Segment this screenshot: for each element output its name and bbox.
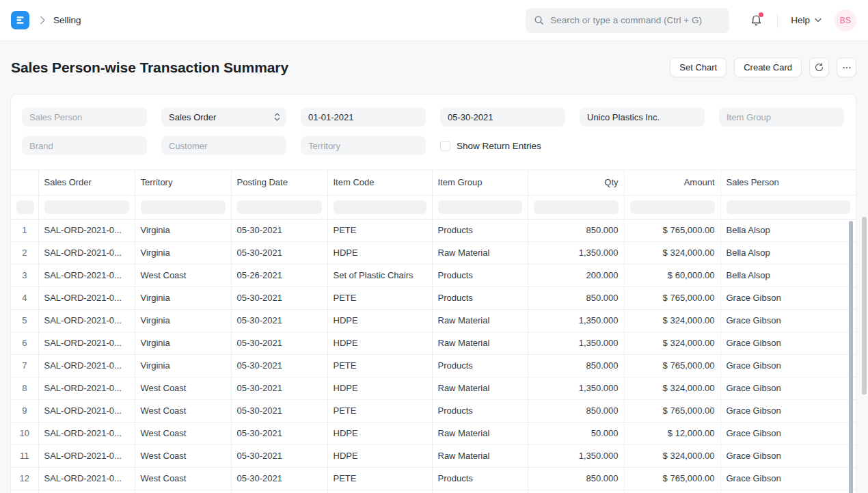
doctype-filter-select[interactable]: Sales Order bbox=[161, 107, 286, 126]
global-search-input[interactable]: Search or type a command (Ctrl + G) bbox=[526, 8, 729, 33]
cell-posting-date[interactable]: 05-30-2021 bbox=[231, 467, 327, 490]
cell-territory[interactable]: Virginia bbox=[135, 219, 231, 241]
cell-territory[interactable]: West Coast bbox=[135, 377, 231, 399]
cell-sales-order[interactable]: SAL-ORD-2021-0... bbox=[38, 377, 135, 399]
cell-sales-order[interactable]: SAL-ORD-2021-0... bbox=[38, 241, 135, 264]
cell-qty[interactable]: 1,350.000 bbox=[528, 241, 624, 264]
cell-posting-date[interactable]: 05-30-2021 bbox=[231, 399, 327, 422]
cell-posting-date[interactable]: 05-30-2021 bbox=[231, 444, 327, 467]
cell-qty[interactable]: 850.000 bbox=[528, 287, 624, 309]
column-filter-input-item-group[interactable] bbox=[438, 200, 522, 214]
cell-item-code[interactable]: HDPE bbox=[327, 309, 432, 332]
column-filter-input-amount[interactable] bbox=[630, 200, 715, 214]
cell-amount[interactable]: $ 324,000.00 bbox=[624, 377, 720, 399]
menu-button[interactable] bbox=[837, 57, 856, 77]
column-header-item-group[interactable]: Item Group bbox=[432, 170, 528, 195]
cell-qty[interactable]: 850.000 bbox=[528, 467, 624, 490]
cell-posting-date[interactable]: 05-30-2021 bbox=[231, 377, 327, 399]
from-date-filter[interactable] bbox=[301, 107, 426, 126]
cell-amount[interactable]: $ 60,000.00 bbox=[624, 264, 720, 287]
company-filter[interactable] bbox=[580, 107, 705, 126]
cell-territory[interactable]: Virginia bbox=[135, 332, 231, 354]
cell-qty[interactable]: 1,350.000 bbox=[528, 444, 624, 467]
cell-sales-order[interactable]: SAL-ORD-2021-0... bbox=[38, 264, 135, 287]
set-chart-button[interactable]: Set Chart bbox=[670, 57, 727, 77]
cell-qty[interactable]: 1,350.000 bbox=[528, 377, 624, 399]
column-filter-input-sales-person[interactable] bbox=[727, 200, 851, 214]
column-filter-input-territory[interactable] bbox=[141, 200, 226, 214]
cell-territory[interactable]: West Coast bbox=[135, 467, 231, 490]
page-scrollbar-thumb[interactable] bbox=[862, 217, 867, 395]
cell-item-group[interactable]: Raw Material bbox=[432, 444, 528, 467]
cell-item-group[interactable]: Products bbox=[432, 264, 528, 287]
avatar[interactable]: BS bbox=[835, 10, 856, 31]
cell-amount[interactable]: $ 765,000.00 bbox=[624, 467, 720, 490]
cell-posting-date[interactable]: 05-30-2021 bbox=[231, 219, 327, 241]
column-filter-input-sales-order[interactable] bbox=[44, 200, 129, 214]
cell-item-code[interactable]: PETE bbox=[327, 399, 432, 422]
cell-item-group[interactable]: Raw Material bbox=[432, 377, 528, 399]
column-filter-input-posting-date[interactable] bbox=[237, 200, 322, 214]
cell-qty[interactable]: 1,350.000 bbox=[528, 332, 624, 354]
cell-posting-date[interactable]: 05-30-2021 bbox=[231, 422, 327, 444]
show-return-entries-checkbox[interactable] bbox=[440, 141, 450, 151]
cell-sales-order[interactable]: SAL-ORD-2021-0... bbox=[38, 467, 135, 490]
cell-sales-order[interactable]: SAL-ORD-2021-0... bbox=[38, 287, 135, 309]
cell-sales-person[interactable]: Grace Gibson bbox=[720, 399, 856, 422]
cell-posting-date[interactable]: 05-26-2021 bbox=[231, 264, 327, 287]
cell-territory[interactable]: West Coast bbox=[135, 422, 231, 444]
cell-territory[interactable]: Virginia bbox=[135, 309, 231, 332]
cell-territory[interactable]: West Coast bbox=[135, 399, 231, 422]
cell-sales-person[interactable]: Grace Gibson bbox=[720, 354, 856, 377]
to-date-filter[interactable] bbox=[440, 107, 565, 126]
column-header-posting-date[interactable]: Posting Date bbox=[231, 170, 327, 195]
cell-qty[interactable]: 850.000 bbox=[528, 219, 624, 241]
cell-amount[interactable]: $ 324,000.00 bbox=[624, 241, 720, 264]
table-scrollbar-thumb[interactable] bbox=[849, 221, 853, 493]
cell-qty[interactable]: 1,350.000 bbox=[528, 309, 624, 332]
cell-item-code[interactable]: Set of Plastic Chairs bbox=[327, 264, 432, 287]
refresh-button[interactable] bbox=[809, 57, 829, 77]
cell-item-code[interactable]: HDPE bbox=[327, 444, 432, 467]
cell-sales-person[interactable]: Grace Gibson bbox=[720, 422, 856, 444]
cell-item-group[interactable]: Products bbox=[432, 287, 528, 309]
cell-sales-order[interactable]: SAL-ORD-2021-0... bbox=[38, 219, 135, 241]
cell-item-group[interactable]: Raw Material bbox=[432, 332, 528, 354]
cell-amount[interactable]: $ 765,000.00 bbox=[624, 287, 720, 309]
breadcrumb[interactable]: Selling bbox=[53, 15, 81, 25]
cell-item-code[interactable]: HDPE bbox=[327, 332, 432, 354]
cell-qty[interactable]: 50.000 bbox=[528, 422, 624, 444]
cell-sales-order[interactable]: SAL-ORD-2021-0... bbox=[38, 399, 135, 422]
cell-territory[interactable]: Virginia bbox=[135, 241, 231, 264]
sales-person-filter[interactable] bbox=[22, 107, 147, 126]
cell-sales-person[interactable]: Grace Gibson bbox=[720, 332, 856, 354]
cell-qty[interactable]: 850.000 bbox=[528, 399, 624, 422]
cell-sales-person[interactable]: Grace Gibson bbox=[720, 467, 856, 490]
column-header-item-code[interactable]: Item Code bbox=[327, 170, 432, 195]
cell-item-group[interactable]: Products bbox=[432, 399, 528, 422]
column-filter-input-item-code[interactable] bbox=[334, 200, 426, 214]
cell-item-code[interactable]: PETE bbox=[327, 467, 432, 490]
column-filter-input-qty[interactable] bbox=[534, 200, 619, 214]
cell-amount[interactable]: $ 324,000.00 bbox=[624, 309, 720, 332]
app-logo[interactable] bbox=[11, 11, 29, 29]
column-header-amount[interactable]: Amount bbox=[624, 170, 720, 195]
cell-amount[interactable]: $ 12,000.00 bbox=[624, 422, 720, 444]
cell-item-group[interactable]: Products bbox=[432, 219, 528, 241]
cell-sales-order[interactable]: SAL-ORD-2021-0... bbox=[38, 422, 135, 444]
cell-qty[interactable]: 200.000 bbox=[528, 264, 624, 287]
cell-sales-order[interactable]: SAL-ORD-2021-0... bbox=[38, 332, 135, 354]
help-menu[interactable]: Help bbox=[791, 15, 822, 25]
cell-territory[interactable]: West Coast bbox=[135, 264, 231, 287]
column-header-territory[interactable]: Territory bbox=[135, 170, 231, 195]
cell-sales-person[interactable]: Bella Alsop bbox=[720, 241, 856, 264]
cell-item-code[interactable]: PETE bbox=[327, 354, 432, 377]
cell-amount[interactable]: $ 765,000.00 bbox=[624, 219, 720, 241]
cell-sales-person[interactable]: Grace Gibson bbox=[720, 377, 856, 399]
notifications-button[interactable] bbox=[750, 14, 763, 27]
cell-sales-person[interactable]: Grace Gibson bbox=[720, 309, 856, 332]
column-header-qty[interactable]: Qty bbox=[528, 170, 624, 195]
cell-amount[interactable]: $ 324,000.00 bbox=[624, 444, 720, 467]
cell-item-group[interactable]: Raw Material bbox=[432, 422, 528, 444]
cell-territory[interactable]: West Coast bbox=[135, 444, 231, 467]
